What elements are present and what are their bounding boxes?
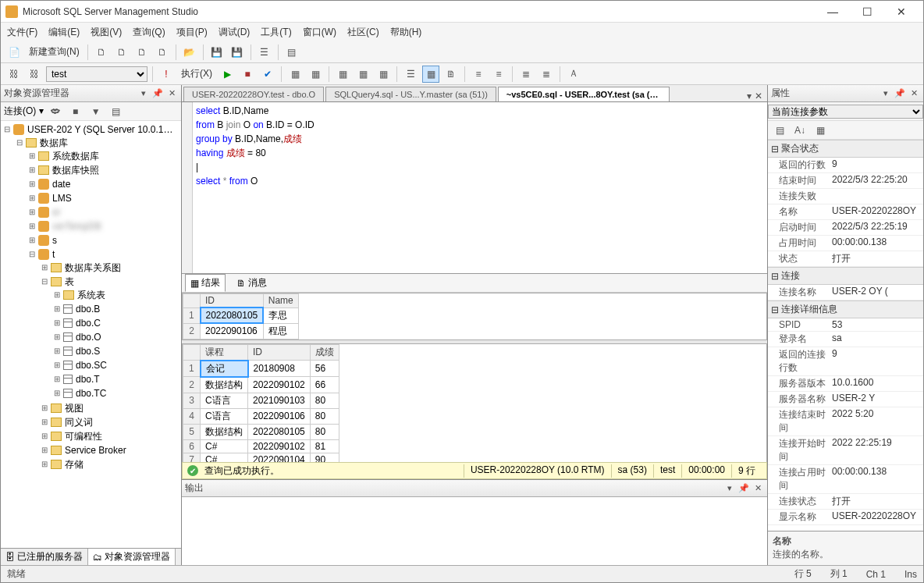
properties-grid[interactable]: ⊟聚合状态 返回的行数9 结束时间2022/5/3 22:25:20 连接失败 …: [768, 140, 923, 531]
doc-tab-1[interactable]: SQLQuery4.sql - US...Y.master (sa (51)): [325, 87, 496, 101]
db-lms-node[interactable]: LMS: [52, 192, 72, 204]
tb2-icon-b[interactable]: ▦: [307, 66, 324, 83]
menu-community[interactable]: 社区(C): [347, 26, 379, 39]
programmability-node[interactable]: 可编程性: [65, 430, 102, 443]
databases-node[interactable]: 数据库: [40, 137, 68, 149]
sql-editor[interactable]: select B.ID,Name from B join O on B.ID =…: [182, 102, 767, 274]
execute-button[interactable]: 执行(X): [178, 67, 215, 80]
prop-pin-icon[interactable]: 📌: [894, 87, 906, 100]
properties-combo[interactable]: 当前连接参数: [768, 105, 923, 119]
storage-node[interactable]: 存储: [65, 458, 84, 471]
tb2-icon-e[interactable]: ▦: [375, 66, 392, 83]
indent-icon[interactable]: ≣: [517, 66, 535, 83]
save-all-icon[interactable]: 💾: [229, 44, 246, 61]
minimize-button[interactable]: —: [816, 2, 850, 22]
menu-file[interactable]: 文件(F): [7, 26, 37, 39]
tb-icon-3[interactable]: 🗋: [133, 44, 151, 61]
db-t-node[interactable]: t: [52, 248, 55, 261]
output-close-icon[interactable]: ✕: [752, 482, 764, 495]
save-icon[interactable]: 💾: [208, 44, 226, 61]
doc-tab-2[interactable]: ~vs5CE0.sql - USER...8OY.test (sa (53))*: [498, 87, 670, 101]
outdent-icon[interactable]: ≣: [538, 66, 555, 83]
tab-dropdown-icon[interactable]: ▾: [747, 91, 752, 101]
table-tc[interactable]: dbo.TC: [76, 387, 106, 400]
tb-icon-1[interactable]: 🗋: [93, 44, 110, 61]
db-s-node[interactable]: s: [52, 234, 57, 247]
prop-dropdown-icon[interactable]: ▾: [880, 87, 892, 100]
output-dropdown-icon[interactable]: ▾: [723, 482, 736, 495]
result-grid-2[interactable]: 课程ID成绩 1会记2018090856 2数据结构202209010266 3…: [182, 343, 767, 463]
systables-node[interactable]: 系统表: [77, 289, 105, 301]
menu-view[interactable]: 视图(V): [91, 26, 122, 39]
panel-pin-icon[interactable]: 📌: [151, 87, 164, 100]
connect-button[interactable]: 连接(O) ▾: [4, 105, 44, 118]
views-node[interactable]: 视图: [65, 402, 84, 414]
tb-icon-9[interactable]: ☰: [256, 44, 273, 61]
tab-object-explorer[interactable]: 🗂对象资源管理器: [88, 549, 176, 565]
messages-tab[interactable]: 🗎消息: [232, 275, 272, 291]
menu-help[interactable]: 帮助(H): [390, 26, 422, 39]
execute-icon[interactable]: !: [158, 66, 175, 83]
oe-icon-4[interactable]: ▤: [108, 103, 125, 120]
results-to-file-icon[interactable]: 🗎: [442, 66, 460, 83]
service-broker-node[interactable]: Service Broker: [65, 444, 126, 457]
db-rel-node[interactable]: 数据库关系图: [65, 261, 121, 274]
table-o[interactable]: dbo.O: [76, 331, 101, 343]
output-pin-icon[interactable]: 📌: [737, 482, 750, 495]
debug-button[interactable]: ▶: [219, 66, 236, 83]
results-to-text-icon[interactable]: ☰: [402, 66, 419, 83]
menu-debug[interactable]: 调试(D): [219, 26, 251, 39]
results-to-grid-icon[interactable]: ▦: [422, 66, 439, 83]
table-c[interactable]: dbo.C: [76, 317, 101, 329]
tb2-icon-1[interactable]: ⛓: [5, 66, 23, 83]
uncomment-icon[interactable]: ≡: [490, 66, 507, 83]
tb-icon-10[interactable]: ▤: [283, 44, 300, 61]
open-icon[interactable]: 📂: [181, 44, 198, 61]
table-s[interactable]: dbo.S: [76, 345, 100, 357]
close-button[interactable]: ✕: [884, 2, 919, 22]
tb2-icon-z[interactable]: Ａ: [565, 66, 582, 83]
results-tab[interactable]: ▦结果: [185, 274, 226, 292]
db-smudge2-node[interactable]: verTempDB: [52, 220, 101, 233]
result-grid-1[interactable]: IDName 12022080105李思 22022090106程思: [182, 293, 767, 340]
tb2-icon-c[interactable]: ▦: [334, 66, 351, 83]
menu-tools[interactable]: 工具(T): [261, 26, 291, 39]
db-date-node[interactable]: date: [52, 178, 70, 190]
sysdb-node[interactable]: 系统数据库: [52, 150, 99, 162]
menu-edit[interactable]: 编辑(E): [48, 26, 80, 39]
tb2-icon-a[interactable]: ▦: [286, 66, 304, 83]
prop-az-icon[interactable]: A↓: [791, 122, 808, 139]
doc-tab-0[interactable]: USER-20220228OY.test - dbo.O: [183, 87, 324, 101]
menu-query[interactable]: 查询(Q): [133, 26, 165, 39]
menu-window[interactable]: 窗口(W): [303, 26, 336, 39]
db-smudge1-node[interactable]: er: [52, 206, 61, 219]
server-node[interactable]: USER-202 Y (SQL Server 10.0.1…: [27, 123, 173, 136]
maximize-button[interactable]: ☐: [850, 2, 884, 22]
tab-close-icon[interactable]: ✕: [755, 91, 762, 101]
menu-project[interactable]: 项目(P): [176, 26, 208, 39]
tb-icon-4[interactable]: 🗋: [154, 44, 171, 61]
tb-icon-2[interactable]: 🗋: [113, 44, 130, 61]
database-combo[interactable]: test: [46, 66, 147, 82]
table-sc[interactable]: dbo.SC: [76, 359, 107, 371]
tb2-icon-2[interactable]: ⛓: [26, 66, 43, 83]
table-b[interactable]: dbo.B: [76, 303, 100, 315]
prop-close-icon[interactable]: ✕: [908, 87, 920, 100]
new-query-icon[interactable]: 📄: [5, 44, 23, 61]
new-query-button[interactable]: 新建查询(N): [26, 45, 83, 59]
oe-refresh-icon[interactable]: 🗢: [47, 103, 64, 120]
tab-registered-servers[interactable]: 🗄已注册的服务器: [1, 549, 88, 565]
tb2-icon-d[interactable]: ▦: [354, 66, 371, 83]
parse-button[interactable]: ✔: [259, 66, 276, 83]
panel-close-icon[interactable]: ✕: [165, 87, 178, 100]
tables-node[interactable]: 表: [65, 276, 74, 288]
oe-filter-icon[interactable]: ■: [67, 103, 84, 120]
oe-stop-icon[interactable]: ▼: [87, 103, 105, 120]
snapshot-node[interactable]: 数据库快照: [52, 164, 99, 176]
comment-icon[interactable]: ≡: [470, 66, 487, 83]
stop-button[interactable]: ■: [239, 66, 256, 83]
prop-categorize-icon[interactable]: ▤: [771, 122, 788, 139]
panel-dropdown-icon[interactable]: ▾: [137, 87, 150, 100]
object-explorer-tree[interactable]: ⊟USER-202 Y (SQL Server 10.0.1… ⊟数据库 ⊞系统…: [1, 121, 181, 548]
table-t[interactable]: dbo.T: [76, 373, 100, 386]
